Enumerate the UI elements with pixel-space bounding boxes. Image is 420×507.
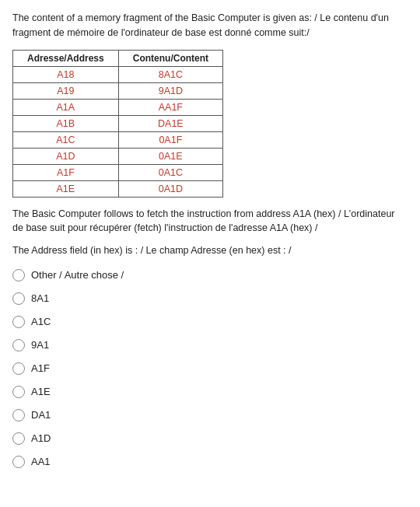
table-cell-content: 0A1E (118, 148, 222, 164)
option-label: A1C (31, 316, 51, 327)
radio-circle[interactable] (12, 432, 25, 445)
option-item-opt-9a1[interactable]: 9A1 (12, 339, 408, 351)
option-item-opt-aa1[interactable]: AA1 (12, 456, 408, 468)
table-cell-content: DA1E (118, 115, 222, 131)
radio-circle[interactable] (12, 269, 25, 281)
options-list: Other / Autre chose /8A1A1C9A1A1FA1EDA1A… (12, 269, 408, 468)
option-label: 9A1 (31, 339, 49, 351)
radio-circle[interactable] (12, 316, 25, 328)
intro-text: The content of a memory fragment of the … (12, 11, 408, 40)
table-cell-content: 0A1D (118, 180, 222, 197)
table-row: A1D0A1E (13, 148, 223, 164)
table-cell-address: A18 (13, 66, 119, 82)
option-item-opt-a1c[interactable]: A1C (12, 316, 408, 328)
option-label: A1F (31, 362, 50, 374)
option-item-opt-other[interactable]: Other / Autre chose / (12, 269, 408, 281)
table-cell-content: 0A1C (118, 164, 222, 180)
option-item-opt-da1[interactable]: DA1 (12, 409, 408, 421)
radio-circle[interactable] (12, 386, 25, 398)
table-header-content: Contenu/Content (118, 50, 222, 66)
radio-circle[interactable] (12, 409, 25, 421)
question-text: The Address field (in hex) is : / Le cha… (12, 243, 408, 258)
option-label: A1D (31, 432, 51, 444)
option-item-opt-8a1[interactable]: 8A1 (12, 292, 408, 305)
table-row: A188A1C (13, 66, 223, 82)
option-label: DA1 (31, 409, 51, 421)
option-label: A1E (31, 386, 51, 397)
radio-circle[interactable] (12, 292, 25, 305)
option-label: AA1 (31, 456, 51, 467)
table-cell-content: AA1F (118, 99, 222, 115)
table-row: A1C0A1F (13, 131, 223, 148)
table-header-address: Adresse/Address (13, 50, 119, 66)
option-item-opt-a1f[interactable]: A1F (12, 362, 408, 375)
table-row: A1BDA1E (13, 115, 223, 131)
table-cell-address: A19 (13, 82, 119, 99)
option-label: Other / Autre chose / (31, 269, 124, 281)
table-row: A1F0A1C (13, 164, 223, 180)
follow-text: The Basic Computer follows to fetch the … (12, 207, 408, 236)
table-row: A1E0A1D (13, 180, 223, 197)
radio-circle[interactable] (12, 456, 25, 468)
table-row: A199A1D (13, 82, 223, 99)
table-cell-address: A1D (13, 148, 119, 164)
option-item-opt-a1d[interactable]: A1D (12, 432, 408, 445)
table-cell-address: A1E (13, 180, 119, 197)
table-cell-content: 9A1D (118, 82, 222, 99)
table-cell-content: 0A1F (118, 131, 222, 148)
table-cell-address: A1B (13, 115, 119, 131)
radio-circle[interactable] (12, 362, 25, 375)
table-cell-address: A1F (13, 164, 119, 180)
table-row: A1AAA1F (13, 99, 223, 115)
radio-circle[interactable] (12, 339, 25, 351)
option-item-opt-a1e[interactable]: A1E (12, 386, 408, 398)
memory-table: Adresse/Address Contenu/Content A188A1CA… (12, 50, 223, 198)
table-cell-address: A1C (13, 131, 119, 148)
table-cell-content: 8A1C (118, 66, 222, 82)
option-label: 8A1 (31, 292, 49, 304)
table-cell-address: A1A (13, 99, 119, 115)
